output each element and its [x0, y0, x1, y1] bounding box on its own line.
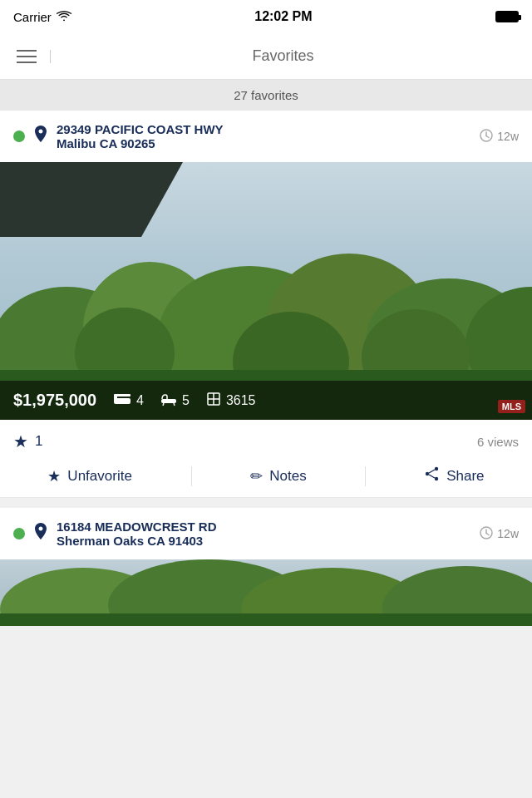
location-icon [33, 126, 48, 148]
baths-count: 5 [182, 393, 190, 408]
svg-point-26 [426, 472, 429, 475]
page-title: Favorites [51, 47, 515, 65]
views-count: 6 views [477, 435, 519, 449]
listing-time-1: 12w [480, 129, 519, 145]
unfavorite-button[interactable]: ★ Unfavorite [37, 464, 141, 489]
listing-address-1: 29349 PACIFIC COAST HWY Malibu CA 90265 [57, 122, 471, 150]
action-divider [191, 466, 192, 486]
svg-point-25 [435, 477, 438, 480]
favorites-count: 27 favorites [234, 88, 298, 102]
menu-button[interactable] [17, 50, 51, 63]
svg-rect-37 [0, 613, 532, 626]
clock-icon-2 [480, 526, 493, 542]
svg-line-28 [429, 475, 435, 478]
action-divider-2 [365, 466, 366, 486]
beds-stat: 4 [113, 392, 144, 409]
share-label: Share [446, 468, 484, 485]
address-line1: 29349 PACIFIC COAST HWY [57, 122, 471, 136]
active-status-dot-2 [13, 528, 25, 539]
carrier-info: Carrier [13, 10, 71, 24]
time-ago-label-2: 12w [497, 527, 519, 540]
listing-address-2: 16184 MEADOWCREST RD Sherman Oaks CA 914… [57, 520, 471, 548]
svg-rect-17 [114, 394, 131, 397]
unfavorite-icon: ★ [47, 467, 61, 485]
clock-icon [480, 129, 493, 145]
svg-point-24 [435, 467, 438, 470]
notes-label: Notes [269, 468, 306, 485]
action-buttons: ★ Unfavorite ✏ Notes [13, 463, 519, 489]
property-image-1[interactable]: $1,975,000 4 [0, 162, 532, 420]
listing-time-2: 12w [480, 526, 519, 542]
property-image-2-partial[interactable] [0, 559, 532, 626]
count-bar: 27 favorites [0, 80, 532, 111]
header: Favorites [0, 33, 532, 80]
menu-line [17, 62, 37, 63]
unfavorite-label: Unfavorite [67, 468, 131, 485]
menu-line [17, 56, 37, 57]
sqft-icon [206, 392, 221, 410]
bath-icon [160, 392, 177, 410]
listing-card-2: 16184 MEADOWCREST RD Sherman Oaks CA 914… [0, 508, 532, 626]
carrier-label: Carrier [13, 10, 52, 24]
sqft-value: 3615 [226, 393, 256, 408]
battery-icon [495, 11, 519, 22]
views-stats: ★ 1 6 views [13, 431, 519, 451]
listing-header-2[interactable]: 16184 MEADOWCREST RD Sherman Oaks CA 914… [0, 508, 532, 559]
address-line2: Malibu CA 90265 [57, 136, 471, 150]
location-icon-2 [33, 523, 48, 545]
share-icon [425, 466, 440, 485]
baths-stat: 5 [160, 392, 190, 410]
sqft-stat: 3615 [206, 392, 256, 410]
beds-count: 4 [136, 393, 144, 408]
svg-line-20 [174, 403, 175, 406]
price-bar: $1,975,000 4 [0, 381, 532, 420]
svg-line-2 [486, 135, 489, 137]
listing-card-1: 29349 PACIFIC COAST HWY Malibu CA 90265 … [0, 111, 532, 498]
notes-button[interactable]: ✏ Notes [240, 464, 316, 489]
star-icon: ★ [13, 431, 28, 451]
svg-line-31 [486, 533, 489, 534]
address-line2-2: Sherman Oaks CA 91403 [57, 534, 471, 548]
menu-line [17, 50, 37, 52]
svg-line-19 [163, 403, 164, 406]
svg-rect-18 [161, 399, 176, 403]
mls-badge: MLS [498, 400, 525, 413]
listing-price: $1,975,000 [13, 391, 96, 410]
address-line1-2: 16184 MEADOWCREST RD [57, 520, 471, 534]
active-status-dot [13, 131, 25, 142]
status-bar: Carrier 12:02 PM [0, 0, 532, 33]
status-time: 12:02 PM [254, 9, 312, 24]
svg-line-27 [429, 470, 435, 473]
favorite-count: 1 [35, 433, 42, 450]
action-row-1: ★ 1 6 views ★ Unfavorite ✏ Notes [0, 420, 532, 498]
wifi-icon [57, 10, 71, 24]
listing-header-1[interactable]: 29349 PACIFIC COAST HWY Malibu CA 90265 … [0, 111, 532, 162]
bed-icon [113, 392, 131, 409]
time-ago-label: 12w [497, 130, 519, 143]
share-button[interactable]: Share [415, 463, 494, 489]
notes-icon: ✏ [250, 467, 263, 485]
